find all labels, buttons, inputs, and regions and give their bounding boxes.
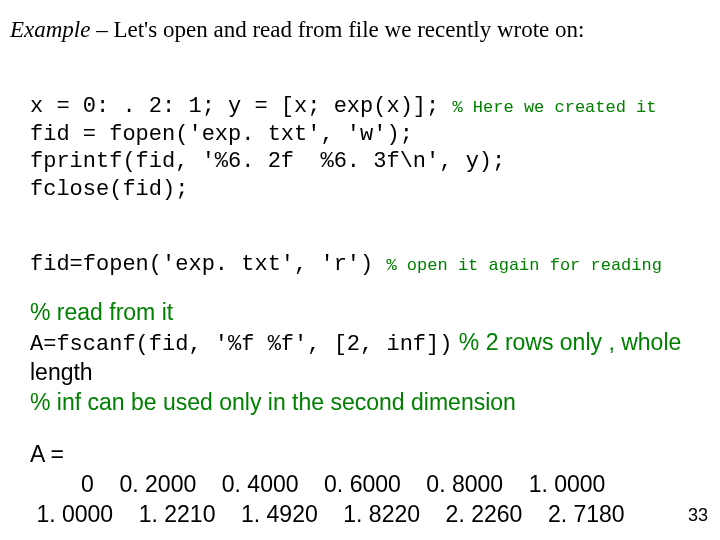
matrix-row: 1. 0000 1. 2210 1. 4920 1. 8220 2. 2260 … — [30, 500, 710, 530]
heading-prefix: Example — [10, 17, 90, 42]
heading: Example – Let's open and read from file … — [10, 16, 710, 44]
slide: Example – Let's open and read from file … — [0, 0, 720, 530]
comment-line: % 2 rows only , whole — [452, 329, 681, 355]
matrix-row: 0 0. 2000 0. 4000 0. 6000 0. 8000 1. 000… — [30, 470, 710, 500]
code-block-write: x = 0: . 2: 1; y = [x; exp(x)]; % Here w… — [10, 66, 710, 204]
read-paragraph: % read from it A=fscanf(fid, '%f %f', [2… — [10, 298, 710, 418]
code-line: fid=fopen('exp. txt', 'r') — [30, 252, 386, 277]
code-line: A=fscanf(fid, '%f %f', [2, inf]) — [30, 332, 452, 357]
code-line: fclose(fid); — [30, 177, 188, 202]
text-line: length — [30, 359, 93, 385]
page-number: 33 — [688, 505, 708, 526]
matrix-label: A = — [30, 440, 710, 470]
matrix-output: A = 0 0. 2000 0. 4000 0. 6000 0. 8000 1.… — [10, 440, 710, 530]
code-line: fid = fopen('exp. txt', 'w'); — [30, 122, 413, 147]
code-block-open: fid=fopen('exp. txt', 'r') % open it aga… — [10, 223, 710, 278]
code-comment: % Here we created it — [452, 98, 656, 117]
heading-rest: – Let's open and read from file we recen… — [90, 17, 584, 42]
comment-line: % inf can be used only in the second dim… — [30, 389, 516, 415]
comment-line: % read from it — [30, 299, 173, 325]
code-line: x = 0: . 2: 1; y = [x; exp(x)]; — [30, 94, 452, 119]
code-line: fprintf(fid, '%6. 2f %6. 3f\n', y); — [30, 149, 505, 174]
code-comment: % open it again for reading — [386, 256, 661, 275]
